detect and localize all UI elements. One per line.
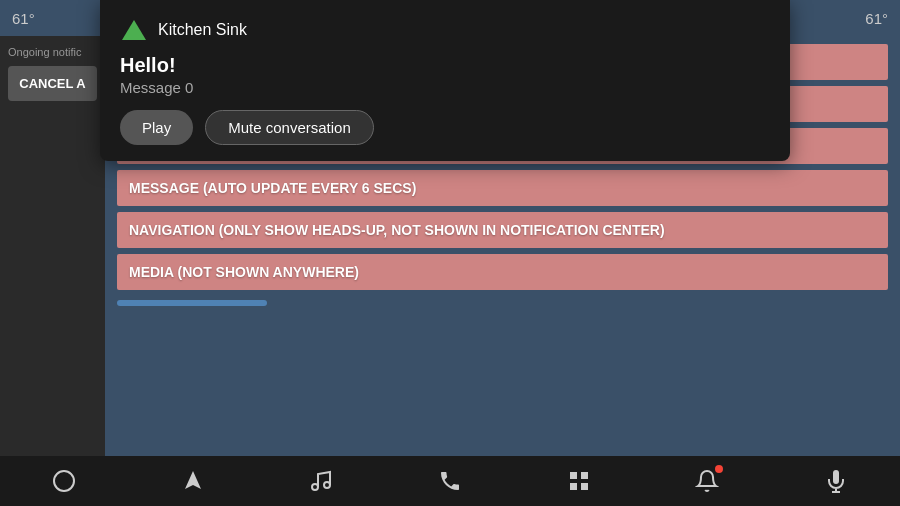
cancel-button[interactable]: CANCEL A bbox=[8, 66, 97, 101]
bell-icon[interactable] bbox=[687, 461, 727, 501]
app-name: Kitchen Sink bbox=[158, 21, 247, 39]
bell-dot bbox=[715, 465, 723, 473]
grid-icon[interactable] bbox=[559, 461, 599, 501]
scroll-indicator bbox=[117, 300, 267, 306]
svg-rect-2 bbox=[581, 472, 588, 479]
microphone-icon[interactable] bbox=[816, 461, 856, 501]
triangle-icon bbox=[122, 20, 146, 40]
mute-button[interactable]: Mute conversation bbox=[205, 110, 374, 145]
list-item-navigation[interactable]: NAVIGATION (ONLY SHOW HEADS-UP, NOT SHOW… bbox=[117, 212, 888, 248]
svg-rect-4 bbox=[581, 483, 588, 490]
list-item-auto-update[interactable]: MESSAGE (AUTO UPDATE EVERY 6 SECS) bbox=[117, 170, 888, 206]
music-icon[interactable] bbox=[301, 461, 341, 501]
ongoing-label: Ongoing notific bbox=[8, 46, 97, 58]
home-icon[interactable] bbox=[44, 461, 84, 501]
navigation-icon[interactable] bbox=[173, 461, 213, 501]
temp-right: 61° bbox=[865, 10, 888, 27]
play-button[interactable]: Play bbox=[120, 110, 193, 145]
svg-rect-1 bbox=[570, 472, 577, 479]
svg-rect-3 bbox=[570, 483, 577, 490]
notification-popup: Kitchen Sink Hello! Message 0 Play Mute … bbox=[100, 0, 790, 161]
sidebar: Ongoing notific CANCEL A bbox=[0, 36, 105, 456]
notification-actions: Play Mute conversation bbox=[120, 110, 770, 145]
list-item-media[interactable]: MEDIA (NOT SHOWN ANYWHERE) bbox=[117, 254, 888, 290]
notification-title: Hello! bbox=[120, 54, 770, 77]
temp-left: 61° bbox=[12, 10, 35, 27]
notification-message: Message 0 bbox=[120, 79, 770, 96]
bottom-nav bbox=[0, 456, 900, 506]
app-icon bbox=[120, 16, 148, 44]
phone-icon[interactable] bbox=[430, 461, 470, 501]
notification-header: Kitchen Sink bbox=[120, 16, 770, 44]
svg-point-0 bbox=[54, 471, 74, 491]
